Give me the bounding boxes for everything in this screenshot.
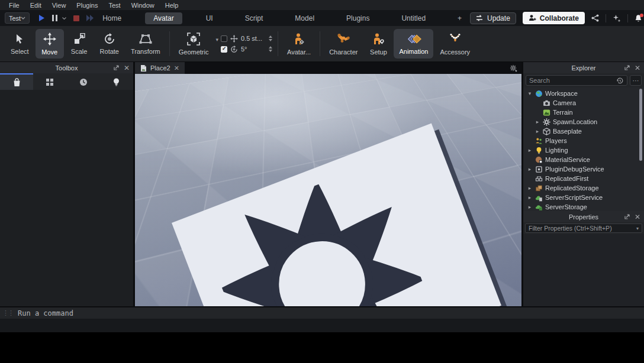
menu-item-view[interactable]: View [47, 1, 72, 9]
place-tab[interactable]: Place2 ✕ [135, 62, 185, 74]
snap-rotate-value[interactable]: 5° [241, 46, 266, 53]
server-storage-icon [535, 203, 543, 211]
setup-button[interactable]: Setup [364, 29, 392, 59]
collaborate-button[interactable]: Collaborate [523, 12, 585, 24]
explorer-scrollbar[interactable] [639, 89, 642, 161]
ribbon-separator [278, 31, 278, 56]
close-icon[interactable]: ✕ [124, 64, 130, 72]
stop-button[interactable] [73, 15, 79, 21]
menu-item-window[interactable]: Window [126, 1, 160, 9]
tab-untitled[interactable]: Untitled [393, 12, 434, 24]
expander-icon[interactable]: ▸ [534, 119, 540, 125]
popout-icon[interactable] [113, 64, 120, 71]
character-button[interactable]: Character [324, 29, 363, 59]
menu-item-edit[interactable]: Edit [25, 1, 47, 9]
tree-item-plugindebugservice[interactable]: ▸PluginDebugService [523, 164, 644, 174]
expander-icon[interactable]: ▸ [527, 166, 533, 172]
toolbox-tab-creations[interactable] [100, 73, 133, 90]
ribbon-tab-strip: Home Avatar UI Script Model Plugins Unti… [94, 12, 470, 24]
update-button[interactable]: Update [470, 12, 516, 24]
rotate-tool-button[interactable]: Rotate [95, 29, 124, 59]
close-icon[interactable]: ✕ [635, 64, 640, 72]
tab-script[interactable]: Script [237, 12, 272, 24]
close-icon[interactable]: ✕ [174, 64, 179, 72]
tab-plugins[interactable]: Plugins [338, 12, 378, 24]
tree-item-serverstorage[interactable]: ▸ServerStorage [523, 202, 644, 211]
accessory-button[interactable]: Accessory [434, 29, 475, 59]
history-icon[interactable] [616, 77, 624, 85]
command-bar[interactable]: ⋮⋮ Run a command [0, 307, 644, 319]
tree-item-lighting[interactable]: ▸Lighting [523, 145, 644, 155]
menu-item-help[interactable]: Help [160, 1, 184, 9]
menu-item-file[interactable]: File [4, 1, 25, 9]
tab-avatar[interactable]: Avatar [145, 12, 182, 24]
tree-item-camera[interactable]: Camera [523, 98, 644, 108]
status-bar [0, 319, 644, 332]
snap-rotate-stepper[interactable] [269, 46, 272, 52]
menu-item-plugins[interactable]: Plugins [71, 1, 103, 9]
tab-ui[interactable]: UI [198, 12, 221, 24]
tree-item-workspace[interactable]: ▾Workspace [523, 89, 644, 98]
animation-layers-icon [406, 33, 421, 45]
move-icon [230, 35, 238, 43]
tree-item-serverscriptservice[interactable]: ▸ServerScriptService [523, 193, 644, 202]
tab-home[interactable]: Home [94, 12, 130, 24]
assistant-button[interactable] [613, 14, 621, 22]
avatar-settings-button[interactable]: Avatar... [282, 29, 316, 59]
select-tool-button[interactable]: Select [5, 29, 34, 59]
test-device-dropdown[interactable]: Test [5, 12, 30, 24]
menu-item-test[interactable]: Test [103, 1, 125, 9]
tab-model[interactable]: Model [286, 12, 323, 24]
playback-controls [38, 14, 94, 22]
scale-tool-button[interactable]: Scale [65, 29, 94, 59]
viewport-settings-button[interactable] [510, 64, 517, 72]
3d-viewport[interactable] [135, 74, 521, 306]
resume-button[interactable] [86, 15, 94, 21]
snap-move-checkbox[interactable] [221, 35, 227, 42]
cursor-icon [14, 33, 25, 45]
tree-item-replicatedfirst[interactable]: ReplicatedFirst [523, 174, 644, 183]
share-button[interactable] [591, 14, 599, 22]
snap-move-stepper[interactable] [269, 35, 272, 41]
snap-move-value[interactable]: 0.5 st... [241, 35, 266, 42]
drag-handle-icon[interactable]: ⋮⋮ [2, 309, 13, 317]
toolbox-tab-recent[interactable] [67, 73, 100, 90]
toolbox-content[interactable] [0, 90, 133, 306]
move-tool-button[interactable]: Move [36, 29, 64, 59]
expander-icon[interactable]: ▾ [527, 90, 533, 96]
pause-button[interactable] [52, 15, 66, 21]
explorer-options-button[interactable]: ⋯ [630, 75, 642, 86]
command-input[interactable]: Run a command [18, 309, 73, 317]
expander-icon[interactable]: ▸ [527, 204, 533, 210]
play-button[interactable] [38, 14, 45, 22]
tree-item-terrain[interactable]: Terrain [523, 108, 644, 117]
person-wrench-icon [372, 33, 385, 46]
expander-icon[interactable]: ▸ [534, 128, 540, 134]
popout-icon[interactable] [624, 64, 630, 71]
properties-filter-input[interactable]: Filter Properties (Ctrl+Shift+P) ▾ [525, 223, 642, 233]
close-icon[interactable]: ✕ [635, 213, 640, 221]
tree-item-spawnlocation[interactable]: ▸SpawnLocation [523, 117, 644, 127]
tree-item-materialservice[interactable]: MaterialService [523, 155, 644, 164]
expander-icon[interactable]: ▸ [527, 147, 533, 153]
notifications-button[interactable] [635, 14, 642, 22]
tab-add-button[interactable]: + [449, 12, 470, 24]
explorer-search-input[interactable]: Search [526, 75, 627, 86]
part-cube-icon [543, 128, 550, 135]
tree-item-replicatedstorage[interactable]: ▸ReplicatedStorage [523, 183, 644, 193]
tree-item-players[interactable]: Players [523, 136, 644, 145]
animation-button[interactable]: Animation [394, 29, 433, 59]
snap-rotate-checkbox[interactable] [221, 46, 227, 53]
expander-icon[interactable]: ▸ [527, 195, 533, 200]
tree-item-baseplate[interactable]: ▸Baseplate [523, 127, 644, 136]
expander-icon[interactable]: ▸ [527, 185, 533, 191]
popout-icon[interactable] [624, 213, 630, 220]
chevron-down-icon [62, 17, 66, 20]
chevron-down-icon[interactable]: ▾ [215, 37, 218, 43]
toolbox-tab-marketplace[interactable] [0, 73, 33, 90]
properties-content [523, 234, 644, 306]
lighting-bulb-icon [535, 147, 543, 154]
transform-tool-button[interactable]: Transform [125, 29, 166, 59]
toolbox-tab-inventory[interactable] [33, 73, 66, 90]
geometric-mode-button[interactable]: Geometric [173, 30, 214, 58]
